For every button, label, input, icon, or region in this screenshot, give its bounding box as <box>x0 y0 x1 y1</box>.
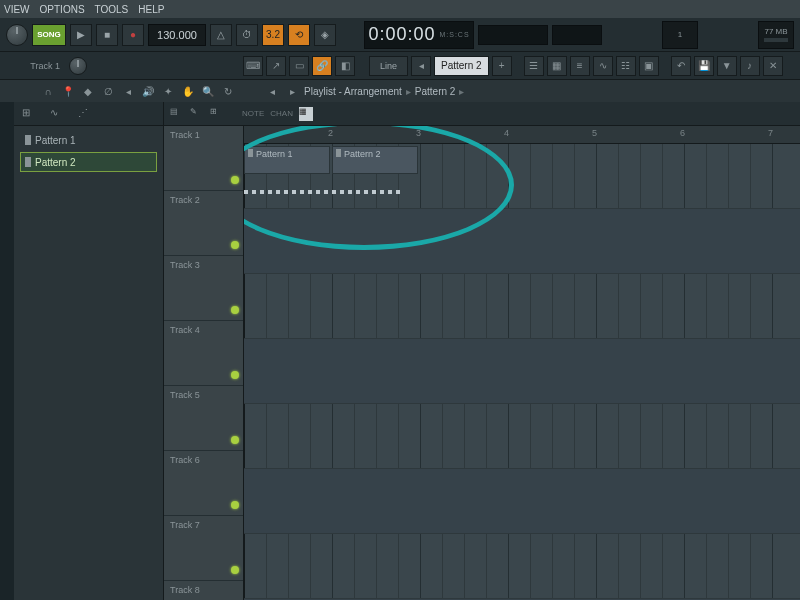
pattern-item-label: Pattern 2 <box>35 157 76 168</box>
track-headers: Track 1 Track 2 Track 3 Track 4 Track 5 … <box>164 126 244 600</box>
playlist-nav-prev-icon[interactable]: ◂ <box>264 83 280 99</box>
track-header-5[interactable]: Track 5 <box>164 386 243 451</box>
time-display[interactable]: 0:00:00 M:S:CS <box>364 21 474 49</box>
metronome-button[interactable]: △ <box>210 24 232 46</box>
picker-header: ⊞ ∿ ⋰ <box>14 102 163 126</box>
mute-icon[interactable]: ∅ <box>100 83 116 99</box>
playlist-panel: ▤ ✎ ⊞ NOTE CHAN ▦ Track 1 Track 2 Track … <box>164 102 800 600</box>
snap-line-select[interactable]: Line <box>369 56 408 76</box>
lane-6[interactable] <box>244 469 800 534</box>
pl-tab-active-icon[interactable]: ▦ <box>299 107 313 121</box>
pattern-picker: ⊞ ∿ ⋰ Pattern 1 Pattern 2 <box>14 102 164 600</box>
timeline-ruler[interactable]: 2 3 4 5 6 7 <box>244 126 800 144</box>
mute-dot-icon[interactable] <box>231 241 239 249</box>
lane-1[interactable]: Pattern 1 Pattern 2 <box>244 144 800 209</box>
pattern-selector[interactable]: Pattern 2 <box>434 56 489 76</box>
pattern-item-2[interactable]: Pattern 2 <box>20 152 157 172</box>
tool-link-button[interactable]: 🔗 <box>312 56 332 76</box>
track-header-1[interactable]: Track 1 <box>164 126 243 191</box>
record-button[interactable]: ● <box>122 24 144 46</box>
view-mixer-button[interactable]: ∿ <box>593 56 613 76</box>
playlist-grid[interactable]: 2 3 4 5 6 7 <box>244 126 800 600</box>
tool-typing-button[interactable]: ⌨ <box>243 56 263 76</box>
loop-rec-button[interactable]: ⟲ <box>288 24 310 46</box>
tag-icon[interactable]: ◆ <box>80 83 96 99</box>
tool-arrow-button[interactable]: ↗ <box>266 56 286 76</box>
mute-dot-icon[interactable] <box>231 501 239 509</box>
speaker-icon[interactable]: 🔊 <box>140 83 156 99</box>
view-pianoroll-button[interactable]: ▦ <box>547 56 567 76</box>
countdown-button[interactable]: ⏱ <box>236 24 258 46</box>
step-button[interactable]: ◈ <box>314 24 336 46</box>
play-button[interactable]: ▶ <box>70 24 92 46</box>
view-playlist-button[interactable]: ☰ <box>524 56 544 76</box>
refresh-icon[interactable]: ↻ <box>220 83 236 99</box>
render-button[interactable]: ▼ <box>717 56 737 76</box>
track-header-2[interactable]: Track 2 <box>164 191 243 256</box>
tool-midi-button[interactable]: ◧ <box>335 56 355 76</box>
clip-pattern-1[interactable]: Pattern 1 <box>244 146 330 174</box>
main-volume-knob[interactable] <box>6 24 28 46</box>
wrench-icon[interactable]: ✦ <box>160 83 176 99</box>
memory-panel: 77 MB <box>758 21 794 49</box>
pl-brush-icon[interactable]: ⊞ <box>210 107 224 121</box>
breadcrumb[interactable]: Playlist - Arrangement▸Pattern 2▸ <box>304 86 468 97</box>
tempo-display[interactable]: 130.000 <box>148 24 206 46</box>
pl-tab-chan[interactable]: CHAN <box>270 109 293 118</box>
onekey-button[interactable]: ♪ <box>740 56 760 76</box>
view-plugin-button[interactable]: ▣ <box>639 56 659 76</box>
view-browser-button[interactable]: ☷ <box>616 56 636 76</box>
view-channels-button[interactable]: ≡ <box>570 56 590 76</box>
magnet-icon[interactable]: ∩ <box>40 83 56 99</box>
lane-3[interactable] <box>244 274 800 339</box>
picker-view-icon[interactable]: ⊞ <box>22 107 36 121</box>
lane-7[interactable] <box>244 534 800 599</box>
tool-add-button[interactable]: ▭ <box>289 56 309 76</box>
pattern-icon <box>25 157 31 167</box>
mute-dot-icon[interactable] <box>231 306 239 314</box>
output-meter <box>478 25 548 45</box>
picker-auto-icon[interactable]: ⋰ <box>78 107 92 121</box>
pl-menu-icon[interactable]: ▤ <box>170 107 184 121</box>
hand-icon[interactable]: ✋ <box>180 83 196 99</box>
pan-knob[interactable] <box>69 57 87 75</box>
clip-icon <box>336 149 341 157</box>
close-panels-button[interactable]: ✕ <box>763 56 783 76</box>
track-header-3[interactable]: Track 3 <box>164 256 243 321</box>
picker-audio-icon[interactable]: ∿ <box>50 107 64 121</box>
mute-dot-icon[interactable] <box>231 436 239 444</box>
undo-button[interactable]: ↶ <box>671 56 691 76</box>
track-header-6[interactable]: Track 6 <box>164 451 243 516</box>
menu-view[interactable]: VIEW <box>4 4 30 15</box>
zoom-icon[interactable]: 🔍 <box>200 83 216 99</box>
pattern-item-1[interactable]: Pattern 1 <box>20 130 157 150</box>
pl-tab-note[interactable]: NOTE <box>242 109 264 118</box>
menu-options[interactable]: OPTIONS <box>40 4 85 15</box>
tool-crumb-row: ∩ 📍 ◆ ∅ ◂ 🔊 ✦ ✋ 🔍 ↻ ◂ ▸ Playlist - Arran… <box>0 80 800 102</box>
mute-dot-icon[interactable] <box>231 566 239 574</box>
lane-5[interactable] <box>244 404 800 469</box>
track-header-8[interactable]: Track 8 <box>164 581 243 600</box>
pattern-add-button[interactable]: + <box>492 56 512 76</box>
playlist-nav-next-icon[interactable]: ▸ <box>284 83 300 99</box>
pin-icon[interactable]: 📍 <box>60 83 76 99</box>
snap-prev-button[interactable]: ◂ <box>411 56 431 76</box>
overdub-button[interactable]: 3.2 <box>262 24 284 46</box>
pl-draw-icon[interactable]: ✎ <box>190 107 204 121</box>
menu-tools[interactable]: TOOLS <box>95 4 129 15</box>
hint-panel: 1 <box>662 21 698 49</box>
clip-pattern-2[interactable]: Pattern 2 <box>332 146 418 174</box>
track-header-4[interactable]: Track 4 <box>164 321 243 386</box>
track-hint-label: Track 1 <box>6 61 66 71</box>
lane-2[interactable] <box>244 209 800 274</box>
menu-help[interactable]: HELP <box>138 4 164 15</box>
song-mode-button[interactable]: SONG <box>32 24 66 46</box>
mute-dot-icon[interactable] <box>231 176 239 184</box>
mute-dot-icon[interactable] <box>231 371 239 379</box>
browser-edge[interactable] <box>0 102 14 600</box>
arrow-icon[interactable]: ◂ <box>120 83 136 99</box>
save-button[interactable]: 💾 <box>694 56 714 76</box>
lane-4[interactable] <box>244 339 800 404</box>
track-header-7[interactable]: Track 7 <box>164 516 243 581</box>
stop-button[interactable]: ■ <box>96 24 118 46</box>
